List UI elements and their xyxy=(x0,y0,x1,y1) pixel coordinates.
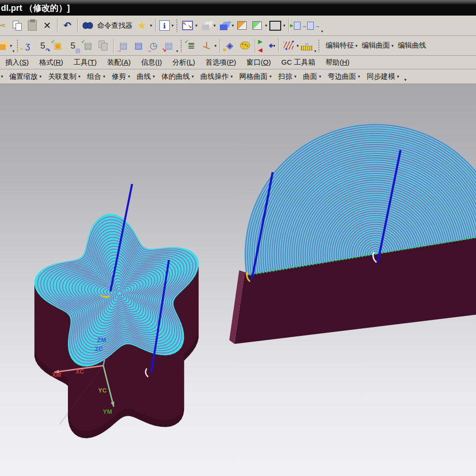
info-icon[interactable]: ℹ xyxy=(158,17,171,34)
object-display-icon xyxy=(239,40,251,52)
surface-tool-8[interactable]: 网格曲面 xyxy=(236,71,275,82)
axis-label-xm: XM xyxy=(52,371,61,378)
list-toolpath-icon[interactable]: 5▤ xyxy=(66,37,81,54)
surface-tool-6[interactable]: 体的曲线 xyxy=(158,71,197,82)
edit-display-icon: ◈☛ xyxy=(224,40,236,52)
separator xyxy=(113,39,114,53)
command-finder-icon[interactable] xyxy=(80,17,95,34)
generate-toolpath-icon[interactable]: ʒ* xyxy=(20,37,35,54)
five-axis-icon[interactable]: 5↷ xyxy=(35,37,50,54)
dropdown-icon[interactable]: ▾ xyxy=(283,23,286,28)
orient-view-icon[interactable] xyxy=(198,17,213,34)
machining-time-icon[interactable]: ◷→ xyxy=(146,37,161,54)
tool-report-icon[interactable]: ▤↘ xyxy=(161,37,176,54)
cut-icon: ✂ xyxy=(0,19,8,32)
expand-window-icon[interactable]: ▶→ xyxy=(291,17,306,34)
fit-view-icon[interactable] xyxy=(180,17,195,34)
toolbar-surface: ▾ 偏置缩放关联复制组合修剪曲线体的曲线曲线操作网格曲面扫掠曲面弯边曲面同步建模… xyxy=(0,69,476,84)
axis-label-zm: ZM xyxy=(97,336,106,343)
snap-point-icon[interactable] xyxy=(0,37,9,54)
fit-view-icon xyxy=(181,19,193,32)
machine-sim-icon[interactable] xyxy=(96,37,111,54)
measure-distance-icon[interactable]: ↔ xyxy=(299,37,314,54)
menu-4[interactable]: 装配(A) xyxy=(102,57,136,68)
float-window-icon[interactable]: → xyxy=(306,17,321,34)
undo-icon[interactable]: ↶ xyxy=(60,17,75,34)
background-icon[interactable] xyxy=(267,17,283,34)
delete-icon: ✕ xyxy=(41,19,53,32)
separator xyxy=(219,39,220,53)
edit-surface-button[interactable]: 编辑曲面 xyxy=(358,41,391,50)
shaded-view-icon[interactable] xyxy=(216,17,231,34)
shop-doc-icon: ▤ xyxy=(133,40,145,52)
verify-gouge-icon[interactable]: ▣✓ xyxy=(50,37,66,54)
surface-tool-7[interactable]: 曲线操作 xyxy=(197,71,236,82)
edit-feature-button[interactable]: 编辑特征 xyxy=(322,41,355,50)
toolbar-options-icon[interactable]: ▾ xyxy=(13,49,15,53)
expand-window-icon: ▶→ xyxy=(292,19,305,32)
dropdown-icon[interactable]: ▾ xyxy=(150,23,153,28)
copy-icon[interactable] xyxy=(9,17,25,34)
toolbar-options-icon[interactable]: ▾ xyxy=(321,29,323,33)
point-set-icon[interactable] xyxy=(281,37,296,54)
surface-tool-11[interactable]: 弯边曲面 xyxy=(325,71,364,82)
favorites-icon[interactable]: ★ xyxy=(134,17,150,34)
menu-5[interactable]: 信息(I) xyxy=(136,57,167,68)
wcs-icon[interactable] xyxy=(199,37,214,54)
menu-8[interactable]: 窗口(O) xyxy=(242,57,276,68)
right-model[interactable] xyxy=(229,124,476,386)
left-model[interactable] xyxy=(34,184,199,438)
toolbar-options-icon[interactable]: ▾ xyxy=(176,49,178,53)
surface-tool-3[interactable]: 组合 xyxy=(84,71,109,82)
copy-icon xyxy=(11,19,23,32)
layer-settings-icon[interactable]: ≣✓ xyxy=(184,37,199,54)
confirm-toolpath-icon[interactable]: ▤✓ xyxy=(81,37,96,54)
menu-7[interactable]: 首选项(P) xyxy=(200,57,242,68)
shop-doc-icon[interactable]: ▤ xyxy=(131,37,146,54)
confirm-toolpath-icon: ▤✓ xyxy=(82,40,94,52)
delete-icon[interactable]: ✕ xyxy=(40,17,55,34)
command-finder-label: 命令查找器 xyxy=(95,21,134,30)
surface-tool-9[interactable]: 扫掠 xyxy=(275,71,300,82)
layer-settings-icon: ≣✓ xyxy=(185,40,198,52)
postprocess-icon[interactable]: ▤→ xyxy=(116,37,131,54)
menu-10[interactable]: 帮助(H) xyxy=(320,57,355,68)
surface-tool-2[interactable]: 关联复制 xyxy=(45,71,84,82)
dropdown-icon[interactable]: ▾ xyxy=(171,23,175,28)
surface-tool-10[interactable]: 曲面 xyxy=(300,71,325,82)
machine-sim-icon xyxy=(97,40,109,52)
section-view-icon[interactable] xyxy=(234,17,250,34)
surface-tool-1[interactable]: 偏置缩放 xyxy=(6,71,45,82)
graphics-viewport[interactable]: ZMZCXCXMYCYM xyxy=(0,84,476,476)
dropdown-icon[interactable]: ▾ xyxy=(214,43,217,48)
toolbar-options-icon[interactable]: ▾ xyxy=(404,77,407,82)
title-bar: dl.prt （修改的）] xyxy=(0,0,476,16)
nx-application-window: dl.prt （修改的）] ✂✕↶命令查找器★▾ℹ▾▾▾▾▾▾▶→→▾ ▾▾ʒ*… xyxy=(0,0,476,476)
menu-9[interactable]: GC 工具箱 xyxy=(276,57,320,68)
favorites-icon: ★ xyxy=(136,19,148,32)
menu-6[interactable]: 分析(L) xyxy=(167,57,200,68)
overflow-dropdown-icon[interactable]: ▾ xyxy=(1,74,3,79)
show-hide-icon[interactable]: ▶◀◆ xyxy=(258,37,273,54)
machining-time-icon: ◷→ xyxy=(148,40,160,52)
object-display-icon[interactable] xyxy=(237,37,252,54)
clip-section-icon[interactable] xyxy=(250,17,265,34)
tool-report-icon: ▤↘ xyxy=(163,40,175,52)
surface-tool-4[interactable]: 修剪 xyxy=(109,71,134,82)
drag-handle xyxy=(180,39,182,52)
separator xyxy=(255,39,255,53)
edit-curve-button[interactable]: 编辑曲线 xyxy=(394,41,427,50)
menu-1[interactable]: 插入(S) xyxy=(0,57,34,68)
toolbar-operations: ▾▾ʒ*5↷▣✓5▤▤✓▤→▤◷→▤↘▾≣✓▾◈☛▶◀◆▾▾↔▾编辑特征▾编辑曲… xyxy=(0,36,476,56)
paste-icon[interactable] xyxy=(25,17,40,34)
surface-tool-12[interactable]: 同步建模 xyxy=(363,71,402,82)
dropdown-icon[interactable]: ▾ xyxy=(9,43,13,48)
menu-2[interactable]: 格式(R) xyxy=(34,57,68,68)
edit-display-icon[interactable]: ◈☛ xyxy=(222,37,237,54)
point-set-icon xyxy=(283,40,295,52)
surface-tool-5[interactable]: 曲线 xyxy=(134,71,159,82)
cut-icon[interactable]: ✂ xyxy=(0,17,9,34)
separator xyxy=(278,39,279,53)
menu-3[interactable]: 工具(T) xyxy=(68,57,102,68)
toolbar-options-icon[interactable]: ▾ xyxy=(314,49,316,53)
